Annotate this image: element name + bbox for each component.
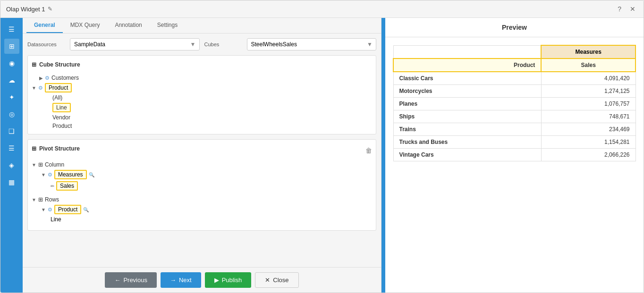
rows-product-label-highlighted: Product — [54, 205, 81, 214]
row-label: Planes — [393, 98, 541, 110]
cube-structure: ⊞ Cube Structure ▶ ⚙ Customers — [27, 55, 376, 134]
measures-row[interactable]: ▼ ⚙ Measures 🔍 — [41, 169, 372, 180]
row-value: 4,091,420 — [541, 72, 636, 85]
rows-line: Line — [41, 215, 372, 223]
tab-settings[interactable]: Settings — [150, 18, 185, 33]
cubes-select-wrapper: SteelWheelsSales ▼ — [247, 38, 377, 50]
sidebar-icon-chart[interactable]: ▦ — [4, 175, 19, 190]
tab-annotation[interactable]: Annotation — [107, 18, 149, 33]
rows-product-dim-icon: ⚙ — [48, 207, 52, 213]
product-children: (All) Line Vendor Product — [32, 93, 372, 130]
sales-row[interactable]: ✏ Sales — [51, 180, 372, 192]
rows-icon: ⊞ — [38, 196, 43, 203]
datasources-label: Datasources — [27, 42, 65, 47]
sidebar-icon-grid[interactable]: ⊞ — [4, 39, 19, 54]
cubes-select[interactable]: SteelWheelsSales — [247, 38, 377, 50]
left-sidebar: ☰ ⊞ ◉ ☁ ✦ ◎ ❑ ☰ ◈ ▦ — [0, 18, 23, 293]
row-label: Trains — [393, 123, 541, 136]
close-label: Close — [273, 276, 288, 284]
rows-product-search-icon[interactable]: 🔍 — [83, 207, 89, 212]
table-row: Vintage Cars 2,066,226 — [393, 149, 636, 161]
cubes-label: Cubes — [204, 42, 242, 47]
tab-mdx[interactable]: MDX Query — [63, 18, 108, 33]
row-value: 2,066,226 — [541, 149, 636, 161]
table-row: Trucks and Buses 1,154,281 — [393, 136, 636, 149]
sales-label-highlighted: Sales — [56, 181, 78, 191]
next-arrow-icon: → — [170, 276, 176, 284]
main-panel: General MDX Query Annotation Settings Da… — [23, 18, 644, 293]
rows-line-label: Line — [51, 216, 61, 223]
resizer[interactable] — [381, 18, 385, 293]
datasources-row: Datasources SampleData ▼ Cubes SteelWh — [27, 38, 376, 50]
measures-search-icon[interactable]: 🔍 — [89, 172, 94, 177]
main-body: General MDX Query Annotation Settings Da… — [23, 18, 644, 293]
sidebar-icon-circle[interactable]: ◎ — [4, 107, 19, 122]
pivot-column-group: ▼ ⊞ Column ▼ ⚙ Measures — [32, 160, 372, 192]
title-bar: Olap Widget 1 ✎ ? ✕ — [0, 0, 644, 18]
row-label: Classic Cars — [393, 72, 541, 85]
row-value: 1,274,125 — [541, 85, 636, 98]
customers-dim-icon: ⚙ — [45, 75, 50, 81]
tree-vendor[interactable]: Vendor — [45, 113, 372, 122]
customers-label: Customers — [51, 75, 79, 81]
rows-header: ▼ ⊞ Rows — [32, 195, 372, 204]
line-label-highlighted: Line — [52, 103, 71, 112]
tree-line[interactable]: Line — [45, 102, 372, 113]
tab-general[interactable]: General — [26, 18, 63, 33]
sidebar-icon-square[interactable]: ❑ — [4, 124, 19, 139]
content-area: ☰ ⊞ ◉ ☁ ✦ ◎ ❑ ☰ ◈ ▦ General MDX Query An… — [0, 18, 644, 293]
pivot-structure-title: Pivot Structure — [39, 145, 80, 152]
measures-dim-icon: ⚙ — [48, 172, 52, 178]
sidebar-icon-user[interactable]: ◉ — [4, 56, 19, 71]
trash-icon[interactable]: 🗑 — [365, 147, 372, 154]
measures-col-header: Measures — [541, 45, 636, 59]
table-row: Classic Cars 4,091,420 — [393, 72, 636, 85]
sidebar-icon-cloud[interactable]: ☁ — [4, 73, 19, 88]
publish-icon: ▶ — [214, 276, 219, 284]
left-pane: General MDX Query Annotation Settings Da… — [23, 18, 381, 293]
vendor-label: Vendor — [52, 114, 70, 121]
right-pane: Preview Measures — [385, 18, 644, 293]
pane-content: Datasources SampleData ▼ Cubes SteelWh — [23, 33, 381, 267]
cube-structure-title: Cube Structure — [39, 61, 80, 68]
column-header: ▼ ⊞ Column — [32, 160, 372, 169]
product-chevron: ▼ — [32, 85, 36, 91]
cube-structure-header: ⊞ Cube Structure — [32, 59, 372, 70]
tree-product-child[interactable]: Product — [45, 122, 372, 130]
measures-col-label: Measures — [575, 49, 601, 55]
rows-chevron: ▼ — [32, 197, 36, 202]
tree-customers[interactable]: ▶ ⚙ Customers — [32, 74, 372, 82]
help-button[interactable]: ? — [615, 4, 624, 14]
measures-label-highlighted: Measures — [54, 170, 87, 179]
title-bar-left: Olap Widget 1 ✎ — [6, 6, 52, 13]
datasources-select-wrapper: SampleData ▼ — [70, 38, 200, 50]
sales-pencil-icon: ✏ — [51, 184, 54, 189]
datasources-select[interactable]: SampleData — [70, 38, 200, 50]
sales-container: ✏ Sales — [41, 180, 372, 192]
sidebar-icon-list[interactable]: ☰ — [4, 141, 19, 156]
row-label: Trucks and Buses — [393, 136, 541, 149]
empty-header — [393, 45, 541, 59]
prev-arrow-icon: ← — [114, 276, 120, 284]
rows-product-chevron: ▼ — [41, 207, 46, 212]
close-button[interactable]: ✕ Close — [255, 272, 298, 288]
row-label: Motorcycles — [393, 85, 541, 98]
next-label: Next — [179, 276, 192, 284]
tree-all[interactable]: (All) — [45, 93, 372, 102]
sidebar-icon-diamond[interactable]: ◈ — [4, 158, 19, 173]
edit-icon[interactable]: ✎ — [48, 6, 52, 12]
previous-button[interactable]: ← Previous — [105, 272, 157, 288]
product-row[interactable]: ▼ ⚙ Product — [32, 82, 372, 93]
product-child-label: Product — [52, 123, 72, 129]
next-button[interactable]: → Next — [161, 272, 201, 288]
sidebar-icon-star[interactable]: ✦ — [4, 90, 19, 105]
all-label: (All) — [52, 94, 62, 101]
customers-container: ▶ ⚙ Customers — [32, 74, 372, 82]
column-icon: ⊞ — [38, 161, 43, 168]
close-x-icon: ✕ — [265, 276, 270, 284]
close-title-button[interactable]: ✕ — [627, 4, 638, 14]
rows-product-row[interactable]: ▼ ⚙ Product 🔍 — [41, 204, 372, 215]
publish-button[interactable]: ▶ Publish — [205, 272, 252, 288]
dialog: Olap Widget 1 ✎ ? ✕ ☰ ⊞ ◉ ☁ ✦ ◎ ❑ ☰ ◈ ▦ — [0, 0, 644, 293]
sidebar-icon-menu[interactable]: ☰ — [4, 22, 19, 37]
